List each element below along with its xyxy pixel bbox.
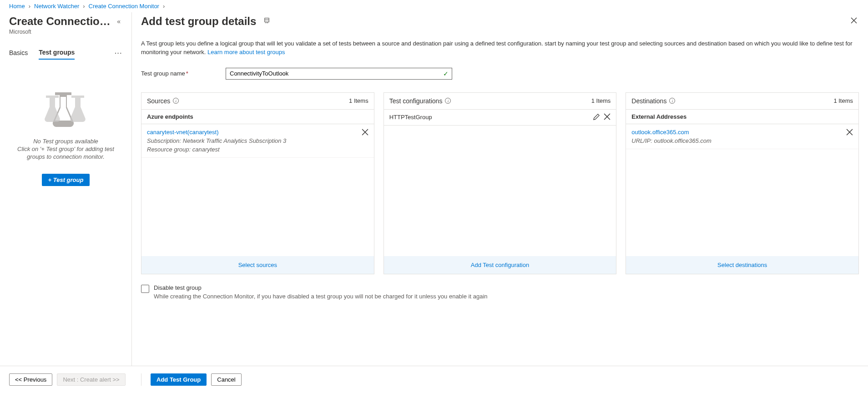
previous-button[interactable]: << Previous — [9, 373, 52, 386]
empty-line2: Click on '+ Test group' for adding test — [17, 146, 114, 152]
cancel-button[interactable]: Cancel — [211, 373, 241, 386]
breadcrumb-create-connection-monitor[interactable]: Create Connection Monitor — [89, 3, 159, 10]
info-icon[interactable]: i — [445, 98, 451, 104]
page-title-left: Create Connection… — [9, 15, 114, 28]
sources-card: Sources i 1 Items Azure endpoints canary… — [141, 92, 374, 274]
empty-line1: No Test groups available — [33, 138, 98, 145]
chevron-right-icon: › — [163, 3, 165, 10]
sources-title: Sources — [147, 97, 170, 105]
footer-bar: << Previous Next : Create alert >> Add T… — [0, 366, 868, 393]
configs-title: Test configurations — [389, 97, 443, 105]
dests-count: 1 Items — [833, 97, 853, 104]
add-test-config-button[interactable]: Add Test configuration — [384, 256, 616, 274]
learn-more-link[interactable]: Learn more about test groups — [207, 49, 285, 55]
breadcrumb: Home › Network Watcher › Create Connecti… — [0, 0, 868, 12]
tabs: Basics Test groups ··· — [9, 46, 122, 60]
next-button[interactable]: Next : Create alert >> — [57, 373, 125, 386]
test-configs-card: Test configurations i 1 Items HTTPTestGr… — [384, 92, 617, 274]
disable-test-group-row: Disable test group While creating the Co… — [141, 284, 859, 300]
source-row: canarytest-vnet(canarytest) Subscription… — [141, 124, 374, 158]
remove-dest-icon[interactable] — [846, 129, 853, 137]
info-icon[interactable]: i — [669, 98, 675, 104]
destinations-card: Destinations i 1 Items External Addresse… — [626, 92, 859, 274]
disable-checkbox[interactable] — [141, 285, 149, 293]
remove-config-icon[interactable] — [604, 113, 611, 121]
select-sources-button[interactable]: Select sources — [141, 256, 374, 274]
remove-source-icon[interactable] — [362, 129, 368, 137]
valid-check-icon: ✓ — [443, 70, 449, 77]
test-group-name-row: Test group name* ✓ — [141, 68, 859, 80]
left-panel: Create Connection… « Microsoft Basics Te… — [0, 12, 132, 366]
chevron-right-icon: › — [83, 3, 85, 10]
main-panel: Add test group details A Test group lets… — [132, 12, 868, 366]
configs-count: 1 Items — [591, 97, 611, 104]
chevron-right-icon: › — [29, 3, 30, 10]
source-sub1: Subscription: Network Traffic Analytics … — [147, 137, 358, 144]
info-icon[interactable]: i — [173, 98, 179, 104]
config-name: HTTPTestGroup — [389, 114, 432, 121]
sources-count: 1 Items — [349, 97, 368, 104]
dests-subheader: External Addresses — [626, 109, 858, 124]
empty-state: No Test groups available Click on '+ Tes… — [9, 91, 122, 186]
edit-config-icon[interactable] — [593, 113, 600, 121]
source-sub2: Resource group: canarytest — [147, 146, 358, 153]
empty-line3: groups to connection monitor. — [27, 153, 105, 160]
flask-icon — [44, 91, 88, 129]
publisher-label: Microsoft — [9, 29, 122, 35]
add-test-group-submit-button[interactable]: Add Test Group — [151, 373, 207, 386]
test-group-name-input[interactable] — [226, 68, 452, 80]
sources-subheader: Azure endpoints — [141, 109, 374, 124]
add-test-group-button[interactable]: + Test group — [42, 174, 90, 186]
dest-sub1: URL/IP: outlook.office365.com — [631, 137, 843, 144]
disable-sub: While creating the Connection Monitor, i… — [154, 293, 488, 300]
breadcrumb-home[interactable]: Home — [9, 3, 25, 10]
select-destinations-button[interactable]: Select destinations — [626, 256, 858, 274]
intro-text: A Test group lets you define a logical g… — [141, 40, 859, 57]
pin-icon[interactable] — [263, 17, 270, 25]
source-link[interactable]: canarytest-vnet(canarytest) — [147, 129, 219, 136]
tab-test-groups[interactable]: Test groups — [39, 46, 75, 60]
collapse-icon[interactable]: « — [115, 16, 122, 27]
page-title: Add test group details — [141, 15, 256, 28]
test-group-name-label: Test group name* — [141, 70, 226, 77]
tab-basics[interactable]: Basics — [9, 46, 28, 59]
dest-row: outlook.office365.com URL/IP: outlook.of… — [626, 124, 858, 149]
close-icon[interactable] — [849, 15, 859, 27]
tab-more-icon[interactable]: ··· — [115, 50, 122, 56]
disable-label: Disable test group — [154, 284, 488, 291]
config-row: HTTPTestGroup — [384, 109, 616, 126]
dest-link[interactable]: outlook.office365.com — [631, 129, 689, 136]
breadcrumb-network-watcher[interactable]: Network Watcher — [34, 3, 79, 10]
dests-title: Destinations — [631, 97, 666, 105]
